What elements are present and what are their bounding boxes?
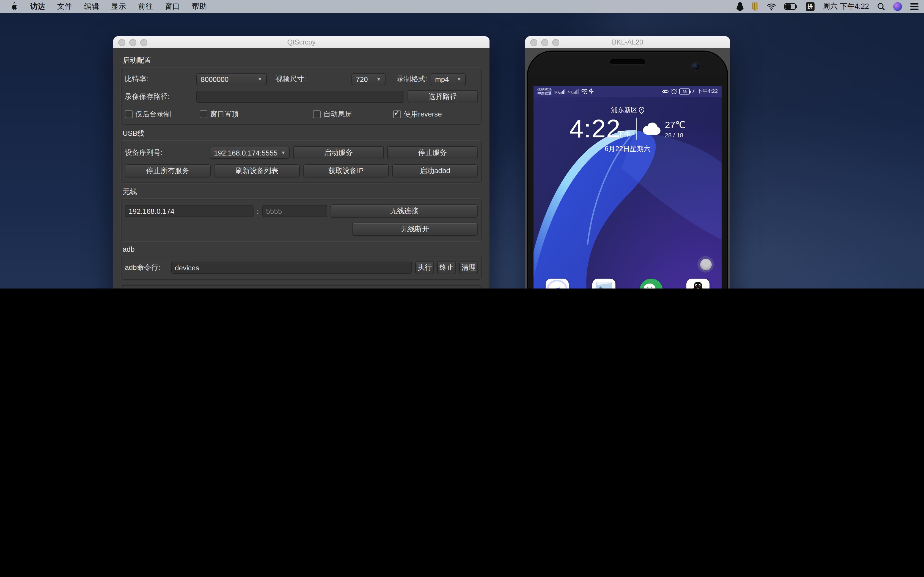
start-adbd-button[interactable]: 启动adbd — [392, 164, 478, 177]
bitrate-combobox[interactable]: 8000000▼ — [196, 73, 267, 85]
menu-bar-status: 拼 周六 下午4:22 — [737, 2, 919, 11]
video-size-combobox[interactable]: 720▼ — [351, 73, 386, 85]
siri-icon[interactable] — [893, 2, 902, 11]
menu-help[interactable]: 帮助 — [186, 2, 213, 11]
app-gallery[interactable]: 图库 — [581, 279, 628, 288]
menu-finder[interactable]: 访达 — [24, 2, 51, 11]
menu-file[interactable]: 文件 — [51, 2, 78, 11]
menu-bar-left: 访达 文件 编辑 显示 前往 窗口 帮助 — [5, 2, 213, 11]
adb-cmd-label: adb命令行: — [125, 263, 168, 272]
config-section-title: 启动配置 — [123, 55, 482, 65]
checkbox-box — [393, 110, 401, 118]
signal-4g: 4G — [568, 89, 578, 94]
phone-device-frame: 优酷移动 中国联通 3G 4G — [527, 50, 728, 288]
refresh-devices-button[interactable]: 刷新设备列表 — [214, 164, 300, 177]
location-row: 浦东新区 — [533, 105, 722, 115]
device-serial-combobox[interactable]: 192.168.0.174:5555▼ — [210, 147, 290, 159]
adb-cmd-input[interactable] — [171, 261, 412, 274]
choose-path-button[interactable]: 选择路径 — [407, 90, 478, 103]
app-wechat[interactable]: 微信 — [628, 279, 675, 288]
start-service-button[interactable]: 启动服务 — [293, 146, 384, 160]
weather-text: 27℃ 28 / 18 — [665, 119, 686, 138]
checkbox-label: 使用reverse — [404, 110, 442, 119]
usb-section-title: USB线 — [123, 129, 482, 139]
net-type-label: 4G — [568, 91, 572, 94]
stop-all-services-button[interactable]: 停止所有服务 — [125, 164, 211, 177]
phone-mirror-window: BKL-AL20 — [525, 36, 730, 288]
checkbox-box — [125, 110, 132, 118]
adb-groupbox: adb命令行: 执行 终止 清理 — [121, 256, 482, 280]
clock-weather-row: 4:22 下午 27℃ 28 / 18 — [533, 116, 722, 141]
menu-go[interactable]: 前往 — [132, 2, 159, 11]
battery-indicator: 38 ⚡ — [680, 89, 695, 95]
qq-app-icon — [687, 279, 710, 288]
screen-off-checkbox[interactable]: 自动息屏 — [313, 110, 390, 119]
always-on-top-checkbox[interactable]: 窗口置顶 — [200, 110, 310, 119]
phone-screen[interactable]: 优酷移动 中国联通 3G 4G — [533, 86, 722, 288]
usb-groupbox: 设备序列号: 192.168.0.174:5555▼ 启动服务 停止服务 停止所… — [121, 141, 482, 183]
gallery-photo-icon — [595, 282, 613, 288]
qtscrcpy-body: 启动配置 比特率: 8000000▼ 视频尺寸: 720▼ 录制格式: mp4▼… — [113, 48, 489, 288]
music-ring — [547, 280, 568, 288]
high-low: 28 / 18 — [665, 132, 686, 138]
music-app-icon: ♫ — [546, 279, 569, 288]
apple-logo-icon — [11, 2, 19, 11]
menu-bar-clock[interactable]: 周六 下午4:22 — [823, 2, 869, 11]
record-format-label: 录制格式: — [389, 74, 427, 84]
adb-run-button[interactable]: 执行 — [415, 261, 434, 274]
stop-service-button[interactable]: 停止服务 — [387, 146, 478, 160]
date-label: 6月22日星期六 — [533, 145, 722, 154]
record-format-combobox[interactable]: mp4▼ — [431, 73, 466, 85]
wechat-app-icon — [640, 279, 663, 288]
wireless-ip-input[interactable] — [125, 205, 254, 217]
bitrate-value: 8000000 — [201, 75, 229, 83]
battery-status-icon[interactable] — [784, 3, 798, 10]
input-method-icon[interactable]: 拼 — [806, 2, 814, 11]
shield-status-icon[interactable] — [752, 2, 758, 11]
app-music[interactable]: ♫ 音乐 — [534, 279, 580, 288]
alarm-icon — [671, 89, 677, 95]
wechat-bubbles-icon — [643, 283, 659, 288]
location-label: 浦东新区 — [611, 105, 638, 115]
window-title: BKL-AL20 — [525, 39, 730, 46]
video-size-label: 视频尺寸: — [270, 74, 348, 84]
phone-window-body: 优酷移动 中国联通 3G 4G — [525, 48, 730, 288]
carrier-names: 优酷移动 中国联通 — [537, 88, 552, 95]
phone-titlebar[interactable]: BKL-AL20 — [525, 36, 730, 48]
adb-clear-button[interactable]: 清理 — [459, 261, 478, 274]
menu-view[interactable]: 显示 — [105, 2, 132, 11]
signal-bars-icon — [559, 89, 565, 94]
notification-center-icon[interactable] — [910, 3, 919, 10]
background-record-checkbox[interactable]: 仅后台录制 — [125, 110, 196, 119]
chevron-down-icon: ▼ — [278, 150, 286, 156]
wireless-connect-button[interactable]: 无线连接 — [330, 205, 478, 218]
assistive-touch-button[interactable] — [698, 256, 714, 272]
adb-kill-button[interactable]: 终止 — [437, 261, 456, 274]
phone-front-camera — [692, 63, 699, 70]
home-clock-widget[interactable]: 浦东新区 4:22 下午 27 — [533, 105, 722, 154]
apple-menu-icon[interactable] — [5, 2, 24, 11]
bitrate-label: 比特率: — [125, 74, 193, 84]
big-clock: 4:22 下午 — [569, 116, 631, 141]
wireless-groupbox: : 无线连接 无线断开 — [121, 199, 482, 241]
qtscrcpy-window: QtScrcpy 启动配置 比特率: 8000000▼ 视频尺寸: 720▼ 录… — [113, 36, 489, 288]
wireless-disconnect-button[interactable]: 无线断开 — [352, 222, 478, 236]
location-pin-icon — [639, 107, 644, 113]
wireless-port-input[interactable] — [262, 205, 327, 217]
qtscrcpy-titlebar[interactable]: QtScrcpy — [113, 36, 489, 48]
signal-3g: 3G — [554, 89, 565, 94]
get-device-ip-button[interactable]: 获取设备IP — [303, 164, 389, 177]
menu-edit[interactable]: 编辑 — [78, 2, 105, 11]
spotlight-search-icon[interactable] — [877, 3, 885, 10]
record-path-input[interactable] — [196, 91, 404, 103]
checkbox-box — [200, 110, 207, 118]
eye-comfort-icon — [662, 89, 669, 94]
app-qq[interactable]: QQ — [675, 279, 722, 288]
desktop-stage: 访达 文件 编辑 显示 前往 窗口 帮助 拼 周六 下午4:22 — [0, 0, 924, 288]
checkbox-box — [313, 110, 321, 118]
qq-status-icon[interactable] — [737, 2, 744, 11]
battery-level: 38 — [680, 89, 690, 95]
wifi-status-icon[interactable] — [767, 3, 776, 10]
menu-window[interactable]: 窗口 — [159, 2, 186, 11]
use-reverse-checkbox[interactable]: 使用reverse — [393, 110, 442, 119]
